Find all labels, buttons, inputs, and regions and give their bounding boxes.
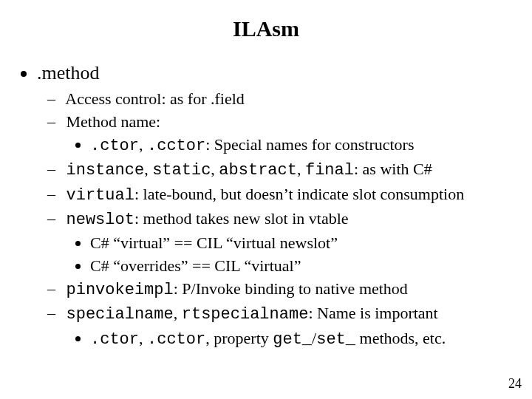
method-label: .method — [37, 62, 100, 83]
special-s1: , — [174, 304, 182, 322]
special-after: : Name is important — [308, 304, 437, 322]
newslot-item: newslot: method takes new slot in vtable… — [62, 208, 511, 276]
csharp-virtual-item: C# “virtual” == CIL “virtual newslot” — [90, 233, 511, 253]
access-control-text: Access control: as for .field — [65, 89, 245, 108]
slide: ILAsm .method Access control: as for .fi… — [0, 0, 532, 399]
virtual-item: virtual: late-bound, but doesn’t indicat… — [62, 184, 511, 206]
bullet-list-lvl2: Access control: as for .field Method nam… — [37, 89, 511, 350]
bullet-list-lvl3c: .ctor, .cctor, property get_/set_ method… — [62, 328, 511, 350]
method-item: .method Access control: as for .field Me… — [37, 62, 511, 350]
access-control-item: Access control: as for .field — [62, 89, 511, 109]
bullet-list-lvl3: .ctor, .cctor: Special names for constru… — [62, 134, 511, 157]
special-sub-s1: , — [139, 329, 147, 347]
ctor-code1: .ctor — [90, 137, 139, 155]
method-name-item: Method name: .ctor, .cctor: Special name… — [62, 112, 511, 157]
instance-s2: , — [211, 160, 219, 178]
page-number: 24 — [508, 376, 522, 392]
virtual-code: virtual — [66, 186, 134, 205]
ctor-item: .ctor, .cctor: Special names for constru… — [90, 134, 511, 157]
csharp-virtual-text: C# “virtual” == CIL “virtual newslot” — [90, 233, 338, 252]
special-sub-after: methods, etc. — [355, 329, 446, 347]
newslot-after: : method takes new slot in vtable — [134, 209, 349, 228]
slide-title: ILAsm — [21, 16, 511, 41]
virtual-after: : late-bound, but doesn’t indicate slot … — [134, 185, 464, 203]
instance-item: instance, static, abstract, final: as wi… — [62, 159, 511, 181]
instance-c1: instance — [66, 161, 145, 180]
newslot-code: newslot — [66, 211, 134, 229]
method-name-text: Method name: — [66, 112, 161, 131]
special-sub-c3: get_ — [273, 330, 312, 349]
specialname-item: specialname, rtspecialname: Name is impo… — [62, 303, 511, 349]
special-c2: rtspecialname — [182, 305, 309, 324]
bullet-list-lvl3b: C# “virtual” == CIL “virtual newslot” C#… — [62, 233, 511, 276]
instance-s1: , — [144, 160, 152, 178]
csharp-overrides-item: C# “overrides” == CIL “virtual” — [90, 256, 511, 276]
csharp-overrides-text: C# “overrides” == CIL “virtual” — [90, 256, 301, 275]
instance-s3: , — [297, 160, 305, 178]
special-sub-c4: set_ — [316, 330, 355, 349]
pinvoke-code: pinvokeimpl — [66, 281, 174, 299]
instance-c2: static — [152, 161, 211, 180]
special-sub-c2: .cctor — [147, 330, 205, 349]
ctor-sep: , — [139, 135, 147, 154]
pinvoke-item: pinvokeimpl: P/Invoke binding to native … — [62, 279, 511, 301]
special-sub-s2: , property — [205, 329, 273, 347]
instance-after: : as with C# — [354, 160, 432, 178]
instance-c3: abstract — [219, 161, 297, 180]
special-sub-c1: .ctor — [90, 330, 139, 349]
ctor-after: : Special names for constructors — [205, 135, 414, 154]
special-sub-item: .ctor, .cctor, property get_/set_ method… — [90, 328, 511, 350]
ctor-code2: .cctor — [147, 137, 205, 155]
bullet-list-lvl1: .method Access control: as for .field Me… — [21, 62, 511, 350]
special-c1: specialname — [66, 305, 174, 324]
instance-c4: final — [305, 161, 354, 180]
pinvoke-after: : P/Invoke binding to native method — [174, 279, 408, 298]
